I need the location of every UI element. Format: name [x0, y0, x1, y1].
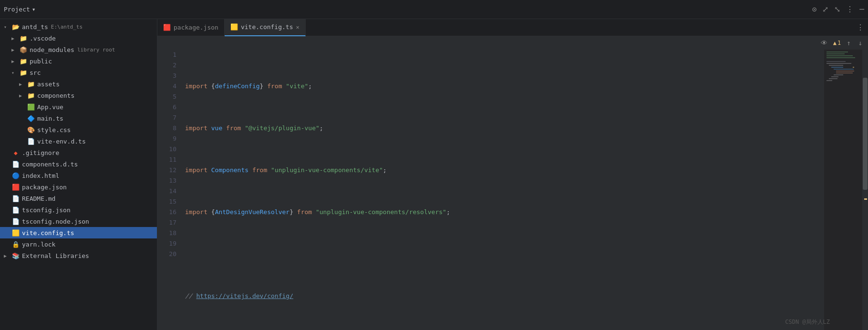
- target-icon[interactable]: ⊙: [812, 5, 817, 14]
- components-dts-name: components.d.ts: [22, 161, 78, 168]
- sidebar-item-components[interactable]: ▶ 📁 components: [0, 90, 157, 101]
- eye-icon[interactable]: 👁: [819, 38, 829, 48]
- tab-package-json[interactable]: 🟥 package.json: [157, 19, 225, 36]
- top-bar: Project ▾ ⊙ ⤢ ⤡ ⋮ ─: [0, 0, 868, 19]
- more-icon[interactable]: ⋮: [846, 5, 854, 14]
- collapse-icon[interactable]: ⤡: [834, 5, 840, 14]
- main-layout: ▾ 📂 antd_ts E:\antd_ts ▶ 📁 .vscode ▶ 📦 n…: [0, 19, 868, 330]
- root-name: antd_ts: [22, 23, 48, 31]
- gitignore-name: .gitignore: [22, 149, 59, 156]
- sidebar-item-yarn-lock[interactable]: 🔒 yarn.lock: [0, 238, 157, 250]
- sidebar-item-vscode[interactable]: ▶ 📁 .vscode: [0, 32, 157, 44]
- sidebar-item-node-modules[interactable]: ▶ 📦 node_modules library root: [0, 44, 157, 55]
- watermark: CSDN @局外人LZ: [785, 318, 830, 326]
- app-vue-name: App.vue: [37, 103, 63, 111]
- scrollbar-warning-marker: [864, 198, 867, 200]
- project-menu[interactable]: Project ▾: [4, 6, 36, 13]
- root-path: E:\antd_ts: [51, 24, 83, 30]
- external-libs-name: External Libraries: [22, 252, 89, 259]
- package-json-name: package.json: [22, 184, 67, 191]
- tsconfig-icon: 📄: [11, 206, 20, 214]
- index-html-icon: 🔵: [11, 172, 20, 179]
- sidebar-item-package-json[interactable]: 🟥 package.json: [0, 181, 157, 193]
- sidebar-root[interactable]: ▾ 📂 antd_ts E:\antd_ts: [0, 21, 157, 32]
- public-name: public: [30, 58, 52, 65]
- src-folder-icon: 📁: [19, 69, 28, 76]
- code-line-6: // https://vitejs.dev/config/: [181, 291, 824, 301]
- vscode-name: .vscode: [30, 35, 56, 42]
- ext-libs-arrow: ▶: [4, 253, 11, 258]
- vite-config-name: vite.config.ts: [22, 229, 74, 237]
- readme-icon: 📄: [11, 195, 20, 202]
- svg-rect-4: [827, 61, 846, 62]
- warning-badge[interactable]: ▲ 1: [833, 40, 841, 46]
- toolbar-icons: ⊙ ⤢ ⤡ ⋮ ─: [812, 5, 864, 14]
- code-line-2: import vue from "@vitejs/plugin-vue";: [181, 123, 824, 134]
- components-dts-icon: 📄: [11, 161, 20, 168]
- svg-rect-13: [829, 78, 837, 79]
- code-line-5: [181, 249, 824, 259]
- components-arrow: ▶: [19, 93, 27, 98]
- expand-icon[interactable]: ⤢: [822, 5, 828, 14]
- sidebar-item-index-html[interactable]: 🔵 index.html: [0, 170, 157, 181]
- sidebar-item-main-ts[interactable]: 🔷 main.ts: [0, 113, 157, 124]
- sidebar-item-readme[interactable]: 📄 README.md: [0, 193, 157, 204]
- sidebar-item-vite-env[interactable]: 📄 vite-env.d.ts: [0, 135, 157, 147]
- sidebar-item-style-css[interactable]: 🎨 style.css: [0, 124, 157, 135]
- vite-config-icon: 🟨: [11, 229, 20, 237]
- tsconfig-node-icon: 📄: [11, 218, 20, 225]
- components-name: components: [37, 92, 74, 99]
- assets-name: assets: [37, 81, 60, 88]
- sidebar-item-assets[interactable]: ▶ 📁 assets: [0, 78, 157, 90]
- editor-scrollbar[interactable]: [862, 50, 868, 330]
- public-folder-icon: 📁: [19, 58, 28, 65]
- components-folder-icon: 📁: [27, 92, 35, 99]
- sidebar-item-gitignore[interactable]: ◆ .gitignore: [0, 147, 157, 158]
- sidebar-item-tsconfig[interactable]: 📄 tsconfig.json: [0, 204, 157, 216]
- readme-name: README.md: [22, 195, 55, 202]
- yarn-lock-name: yarn.lock: [22, 241, 55, 248]
- tab-close-icon[interactable]: ✕: [296, 24, 300, 31]
- sidebar-item-tsconfig-node[interactable]: 📄 tsconfig.node.json: [0, 216, 157, 227]
- code-line-1: import {defineConfig} from "vite";: [181, 81, 824, 92]
- minus-icon[interactable]: ─: [859, 5, 864, 14]
- svg-rect-3: [827, 57, 855, 58]
- minimap-svg: [824, 50, 862, 330]
- svg-rect-7: [831, 67, 843, 68]
- line-numbers: 12345 678910 1112131415 1617181920: [157, 50, 181, 330]
- vscode-folder-icon: 📁: [19, 35, 28, 42]
- sidebar-item-vite-config[interactable]: 🟨 vite.config.ts: [0, 227, 157, 238]
- sidebar-item-components-dts[interactable]: 📄 components.d.ts: [0, 158, 157, 170]
- chevron-down-icon: ▾: [32, 6, 36, 13]
- tab-bar-more[interactable]: ⋮: [857, 23, 868, 32]
- tab-bar: 🟥 package.json 🟨 vite.config.ts ✕ ⋮: [157, 19, 868, 36]
- svg-rect-14: [827, 80, 832, 81]
- sidebar-item-external-libs[interactable]: ▶ 📚 External Libraries: [0, 250, 157, 261]
- vite-env-name: vite-env.d.ts: [37, 138, 86, 145]
- code-line-3: import Components from "unplugin-vue-com…: [181, 165, 824, 175]
- src-arrow: ▾: [11, 70, 19, 75]
- vite-config-tab-label: vite.config.ts: [241, 23, 293, 31]
- tsconfig-node-name: tsconfig.node.json: [22, 218, 89, 225]
- code-content: import {defineConfig} from "vite"; impor…: [181, 50, 824, 330]
- sidebar-item-src[interactable]: ▾ 📁 src: [0, 67, 157, 78]
- minimap: [824, 50, 862, 330]
- code-editor[interactable]: 12345 678910 1112131415 1617181920 impor…: [157, 50, 868, 330]
- main-ts-icon: 🔷: [27, 115, 35, 122]
- gitignore-icon: ◆: [11, 149, 20, 156]
- sidebar-item-app-vue[interactable]: 🟩 App.vue: [0, 101, 157, 113]
- svg-rect-12: [831, 76, 838, 77]
- assets-arrow: ▶: [19, 82, 27, 87]
- scrollbar-thumb[interactable]: [863, 78, 868, 190]
- vite-config-tab-icon: 🟨: [230, 23, 238, 31]
- arrow-down-icon[interactable]: ↓: [857, 38, 864, 48]
- root-arrow: ▾: [4, 24, 11, 30]
- arrow-up-icon[interactable]: ↑: [845, 38, 852, 48]
- svg-rect-5: [827, 63, 851, 64]
- vite-env-icon: 📄: [27, 138, 35, 145]
- svg-rect-2: [827, 55, 853, 56]
- sidebar-item-public[interactable]: ▶ 📁 public: [0, 55, 157, 67]
- main-ts-name: main.ts: [37, 115, 63, 122]
- tab-vite-config[interactable]: 🟨 vite.config.ts ✕: [225, 19, 306, 36]
- vscode-arrow: ▶: [11, 36, 19, 41]
